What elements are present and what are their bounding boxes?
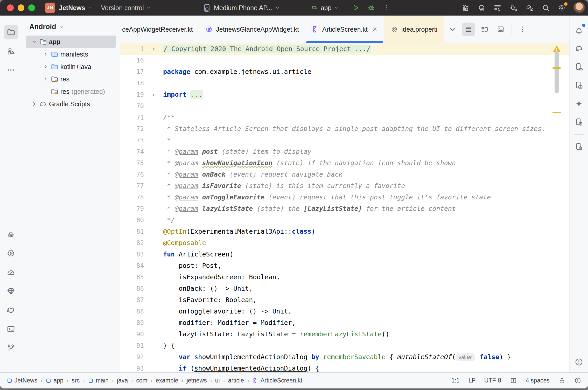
- tab-jetnews-glance-app-widget[interactable]: JetnewsGlanceAppWidget.kt: [199, 16, 305, 43]
- breadcrumb-item-app[interactable]: app: [46, 377, 63, 384]
- breadcrumb-item-articlescreen-kt[interactable]: ArticleScreen.kt: [252, 377, 302, 384]
- code-line-73[interactable]: 73 *: [120, 135, 569, 146]
- run-configuration-selector[interactable]: app: [310, 4, 339, 12]
- notifications-button[interactable]: [572, 23, 586, 37]
- search-everywhere-button[interactable]: [540, 2, 552, 14]
- build-variants-tool-button[interactable]: [4, 227, 18, 242]
- split-view-button[interactable]: [478, 23, 491, 36]
- device-mirroring-button[interactable]: [572, 115, 586, 129]
- tree-item-gradle-scripts[interactable]: Gradle Scripts: [26, 98, 116, 110]
- breadcrumb-item-ui[interactable]: ui: [215, 377, 220, 384]
- unlock-icon[interactable]: [558, 377, 565, 384]
- version-control-tool-button[interactable]: [4, 341, 18, 355]
- code-line-16[interactable]: 16: [120, 55, 569, 66]
- app-inspection-button[interactable]: [572, 140, 586, 154]
- more-tool-windows-button[interactable]: [4, 63, 18, 77]
- build-button[interactable]: [459, 2, 471, 14]
- gradle-tool-button[interactable]: [572, 41, 586, 56]
- logcat-tool-button[interactable]: [4, 303, 18, 317]
- scrollbar-warning-mark[interactable]: [552, 67, 561, 69]
- close-window-button[interactable]: [7, 4, 14, 11]
- scrollbar-warning-mark[interactable]: [552, 112, 561, 113]
- code-line-79[interactable]: 79 * @param lazyListState (state) the [L…: [120, 203, 569, 214]
- problems-tool-button[interactable]: [572, 355, 586, 369]
- tree-item-res[interactable]: res (generated): [26, 85, 116, 98]
- breadcrumb-item-src[interactable]: src: [72, 377, 80, 384]
- chevron-right-icon[interactable]: [43, 51, 48, 57]
- version-control-menu[interactable]: Version control: [101, 4, 151, 12]
- code-line-85[interactable]: 85 isExpandedScreen: Boolean,: [120, 271, 569, 283]
- gradle-sync-button[interactable]: [524, 2, 536, 14]
- project-view-selector[interactable]: Android: [22, 19, 120, 36]
- code-line-72[interactable]: 72 * Stateless Article Screen that displ…: [120, 123, 569, 135]
- code-line-76[interactable]: 76 * @param onBack (event) request navig…: [120, 169, 569, 180]
- breadcrumb-item-main[interactable]: main: [88, 377, 109, 384]
- running-devices-tool-button[interactable]: [4, 246, 18, 261]
- encoding-widget[interactable]: UTF-8: [484, 377, 501, 384]
- breadcrumb-item-java[interactable]: java: [117, 377, 128, 384]
- chevron-right-icon[interactable]: [43, 64, 48, 69]
- tree-item-app[interactable]: app: [26, 36, 116, 48]
- breadcrumb-item-jetnews[interactable]: jetnews: [187, 377, 207, 384]
- indent-widget[interactable]: 4 spaces: [526, 377, 550, 384]
- device-manager-tool-button[interactable]: [572, 60, 586, 74]
- code-line-77[interactable]: 77 * @param isFavorite (state) is this i…: [120, 180, 569, 192]
- code-line-84[interactable]: 84 post: Post,: [120, 260, 569, 271]
- code-line-81[interactable]: 81@OptIn(ExperimentalMaterial3Api::class…: [120, 226, 569, 237]
- code-line-78[interactable]: 78 * @param onToggleFavorite (event) req…: [120, 192, 569, 203]
- apply-code-changes-button[interactable]: [492, 2, 503, 14]
- minimize-window-button[interactable]: [18, 4, 24, 11]
- code-line-91[interactable]: 91) {: [120, 340, 569, 351]
- settings-button[interactable]: [556, 2, 568, 14]
- code-editor[interactable]: 1›/ Copyright 2020 The Android Open Sour…: [120, 43, 569, 372]
- code-line-71[interactable]: 71/**: [120, 112, 569, 123]
- code-line-87[interactable]: 87 isFavorite: Boolean,: [120, 294, 569, 306]
- line-separator-widget[interactable]: LF: [468, 377, 475, 384]
- device-selector[interactable]: Medium Phone AP...: [202, 3, 280, 12]
- code-line-92[interactable]: 92 var showUnimplementedActionDialog by …: [120, 351, 569, 363]
- gemini-tool-button[interactable]: [572, 96, 586, 111]
- tab-idea-properties[interactable]: idea.properti: [384, 16, 444, 43]
- chevron-right-icon[interactable]: [43, 76, 48, 82]
- code-line-70[interactable]: 70: [120, 100, 569, 112]
- attach-debugger-button[interactable]: [508, 2, 520, 14]
- fold-arrow-icon[interactable]: ›: [144, 89, 163, 100]
- caret-position-widget[interactable]: 1:1: [451, 377, 460, 384]
- code-line-80[interactable]: 80 */: [120, 214, 569, 226]
- alert-square-icon[interactable]: [510, 377, 517, 384]
- tab-article-screen[interactable]: ArticleScreen.kt: [305, 16, 384, 43]
- breadcrumb-item-jetnews[interactable]: JetNews: [7, 377, 37, 384]
- design-view-button[interactable]: [494, 23, 507, 36]
- terminal-tool-button[interactable]: [4, 322, 18, 336]
- breadcrumb-item-com[interactable]: com: [136, 377, 147, 384]
- code-line-17[interactable]: 17package com.example.jetnews.ui.article: [120, 66, 569, 78]
- tab-glance-app-widget-receiver[interactable]: ceAppWidgetReceiver.kt: [120, 16, 199, 43]
- code-line-88[interactable]: 88 onToggleFavorite: () -> Unit,: [120, 306, 569, 317]
- code-line-82[interactable]: 82@Composable: [120, 237, 569, 249]
- tree-item-kotlin-java[interactable]: kotlin+java: [26, 60, 116, 73]
- code-line-93[interactable]: 93 if (showUnimplementedActionDialog) {: [120, 363, 569, 372]
- editor-scrollbar[interactable]: [555, 51, 559, 93]
- chevron-down-icon[interactable]: [31, 39, 37, 45]
- run-button[interactable]: [350, 2, 362, 14]
- running-devices-panel-button[interactable]: [572, 78, 586, 93]
- code-line-74[interactable]: 74 * @param post (state) item to display: [120, 146, 569, 157]
- close-tab-icon[interactable]: [372, 26, 378, 32]
- tab-list-dropdown-button[interactable]: [446, 23, 459, 36]
- tree-item-res[interactable]: res: [26, 73, 116, 85]
- code-line-18[interactable]: 18: [120, 78, 569, 89]
- code-line-83[interactable]: 83fun ArticleScreen(: [120, 249, 569, 260]
- more-run-options-button[interactable]: [381, 2, 393, 14]
- code-line-19[interactable]: 19›import ...: [120, 89, 569, 100]
- user-avatar[interactable]: [573, 2, 585, 13]
- alert-circle-icon[interactable]: [574, 377, 581, 384]
- code-line-89[interactable]: 89 modifier: Modifier = Modifier,: [120, 317, 569, 329]
- resource-manager-tool-button[interactable]: [4, 44, 18, 58]
- code-line-90[interactable]: 90 lazyListState: LazyListState = rememb…: [120, 329, 569, 340]
- profiler-tool-button[interactable]: [4, 265, 18, 280]
- code-line-75[interactable]: 75 * @param showNavigationIcon (state) i…: [120, 157, 569, 169]
- zoom-window-button[interactable]: [28, 4, 35, 11]
- tree-item-manifests[interactable]: manifests: [26, 48, 116, 60]
- code-view-button[interactable]: [462, 23, 475, 36]
- fold-arrow-icon[interactable]: ›: [144, 43, 163, 55]
